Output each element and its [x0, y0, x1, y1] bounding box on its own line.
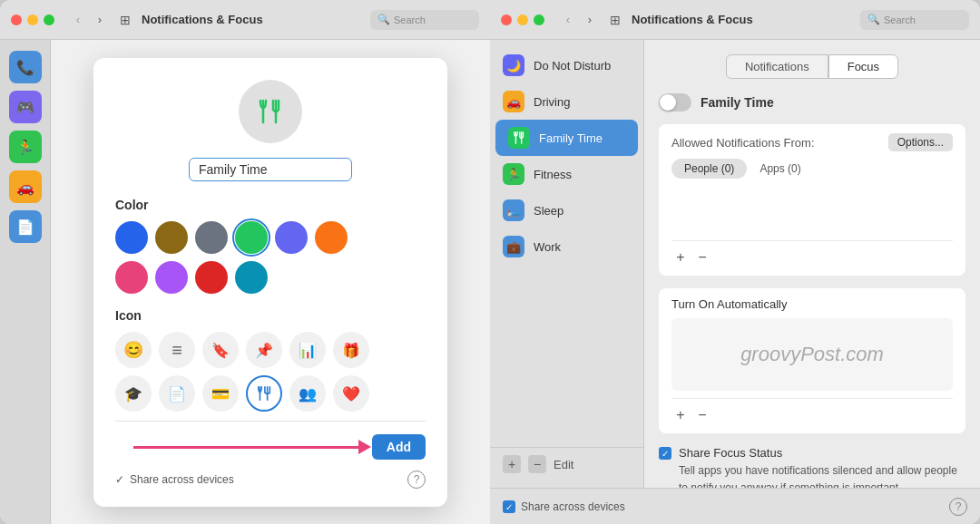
- color-swatch-blue[interactable]: [115, 221, 148, 254]
- help-button-right[interactable]: ?: [949, 498, 967, 516]
- right-search-icon: 🔍: [867, 14, 880, 25]
- work-label: Work: [534, 240, 561, 254]
- fork-knife-small-icon: [255, 384, 273, 403]
- tab-notifications[interactable]: Notifications: [726, 54, 828, 79]
- icon-document[interactable]: 📄: [159, 375, 195, 412]
- color-swatch-red[interactable]: [195, 261, 228, 294]
- auto-add-button[interactable]: +: [671, 406, 690, 424]
- focus-item-work[interactable]: 💼 Work: [490, 228, 643, 265]
- focus-item-driving[interactable]: 🚗 Driving: [490, 83, 643, 120]
- color-swatch-pink[interactable]: [115, 261, 148, 294]
- focus-name-input[interactable]: [189, 158, 352, 181]
- check-icon: ✓: [115, 473, 124, 486]
- right-back-arrow[interactable]: ‹: [559, 11, 577, 29]
- color-swatch-teal[interactable]: [235, 261, 268, 294]
- sidebar-icon-phone[interactable]: 📞: [9, 51, 42, 83]
- color-swatch-green[interactable]: [235, 221, 268, 254]
- icon-pin[interactable]: 📌: [246, 332, 282, 368]
- allowed-tab-apps[interactable]: Apps (0): [747, 159, 813, 179]
- left-search-placeholder: Search: [394, 15, 426, 25]
- icon-health[interactable]: ❤️: [333, 375, 369, 412]
- options-button[interactable]: Options...: [888, 133, 953, 151]
- right-close-button[interactable]: [501, 15, 512, 25]
- share-focus-text-block: Share Focus Status Tell apps you have no…: [679, 446, 965, 488]
- color-swatch-brown[interactable]: [155, 221, 188, 254]
- groovy-box: groovyPost.com: [671, 318, 953, 391]
- dnd-icon: 🌙: [506, 59, 521, 73]
- add-focus-button[interactable]: +: [503, 455, 521, 473]
- icon-gift[interactable]: 🎁: [333, 332, 369, 368]
- sidebar-icon-car[interactable]: 🚗: [9, 170, 42, 203]
- checkbox-check-icon: ✓: [662, 449, 669, 459]
- pink-arrow: [115, 440, 371, 454]
- icon-graduation[interactable]: 🎓: [115, 375, 152, 412]
- allowed-add-button[interactable]: +: [671, 248, 690, 267]
- auto-plus-minus: + −: [671, 398, 953, 424]
- arrow-head: [358, 440, 371, 454]
- icon-bookmark[interactable]: 🔖: [202, 332, 239, 368]
- sidebar-icon-doc[interactable]: 📄: [9, 210, 42, 243]
- focus-item-do-not-disturb[interactable]: 🌙 Do Not Disturb: [490, 47, 643, 83]
- right-search-bar[interactable]: 🔍 Search: [860, 10, 969, 30]
- left-panel: ‹ › ⊞ Notifications & Focus 🔍 Search 📞 🎮…: [0, 0, 490, 524]
- fork-knife-icon: [254, 95, 287, 128]
- allowed-title: Allowed Notifications From:: [671, 136, 815, 150]
- auto-section: Turn On Automatically groovyPost.com + −: [659, 288, 965, 433]
- right-forward-arrow[interactable]: ›: [581, 11, 599, 29]
- sidebar-icon-fitness[interactable]: 🏃: [9, 131, 42, 163]
- right-maximize-button[interactable]: [534, 15, 544, 25]
- family-time-label: Family Time: [539, 131, 603, 145]
- edit-focus-button[interactable]: Edit: [554, 458, 573, 471]
- icon-section-label: Icon: [115, 308, 142, 323]
- help-button-left[interactable]: ?: [407, 471, 426, 489]
- right-grid-icon: ⊞: [610, 13, 621, 27]
- focus-item-family-time[interactable]: Family Time: [495, 120, 638, 156]
- share-focus-description: Tell apps you have notifications silence…: [679, 464, 957, 488]
- right-main-content: Notifications Focus Family Time Allowed …: [644, 40, 980, 488]
- icon-card[interactable]: 💳: [202, 375, 239, 412]
- allowed-tab-people[interactable]: People (0): [671, 159, 747, 179]
- auto-remove-button[interactable]: −: [693, 406, 711, 424]
- active-focus-name: Family Time: [701, 95, 774, 110]
- tab-focus[interactable]: Focus: [828, 54, 898, 79]
- right-content: 🌙 Do Not Disturb 🚗 Driving: [490, 40, 980, 488]
- maximize-button[interactable]: [44, 15, 54, 25]
- focus-item-sleep[interactable]: 🛏️ Sleep: [490, 192, 643, 228]
- sleep-icon-wrap: 🛏️: [503, 199, 524, 221]
- focus-item-fitness[interactable]: 🏃 Fitness: [490, 156, 643, 192]
- allowed-remove-button[interactable]: −: [693, 248, 711, 267]
- right-minimize-button[interactable]: [517, 15, 528, 25]
- focus-icon-circle: [239, 80, 302, 143]
- close-button[interactable]: [11, 15, 22, 25]
- remove-focus-button[interactable]: −: [528, 455, 546, 473]
- focus-toggle[interactable]: [659, 93, 691, 112]
- sleep-label: Sleep: [534, 204, 564, 218]
- nav-arrows: ‹ ›: [69, 11, 109, 29]
- color-swatch-orange[interactable]: [315, 221, 348, 254]
- minimize-button[interactable]: [27, 15, 38, 25]
- forward-arrow[interactable]: ›: [91, 11, 109, 29]
- allowed-tabs: People (0) Apps (0): [671, 159, 953, 179]
- right-share-label: Share across devices: [521, 500, 625, 513]
- share-focus-checkbox[interactable]: ✓: [659, 447, 671, 460]
- driving-icon: 🚗: [506, 95, 521, 109]
- back-arrow[interactable]: ‹: [69, 11, 87, 29]
- icon-people[interactable]: 👥: [289, 375, 326, 412]
- color-swatch-purple[interactable]: [275, 221, 308, 254]
- icon-chart[interactable]: 📊: [289, 332, 326, 368]
- color-swatch-gray[interactable]: [195, 221, 228, 254]
- dnd-icon-wrap: 🌙: [503, 54, 524, 76]
- icon-fork-knife[interactable]: [246, 375, 282, 412]
- icon-emoji[interactable]: 😊: [115, 332, 152, 368]
- family-time-icon-wrap: [508, 127, 530, 149]
- color-swatch-violet[interactable]: [155, 261, 188, 294]
- icon-list[interactable]: ≡: [159, 332, 195, 368]
- sidebar-icon-game[interactable]: 🎮: [9, 91, 42, 123]
- dialog-footer: ✓ Share across devices ?: [115, 471, 426, 489]
- right-share-checkbox[interactable]: ✓: [503, 500, 515, 513]
- work-icon-wrap: 💼: [503, 236, 524, 257]
- add-button[interactable]: Add: [372, 434, 426, 460]
- color-grid: [115, 221, 348, 294]
- left-search-bar[interactable]: 🔍 Search: [370, 10, 479, 30]
- right-titlebar: ‹ › ⊞ Notifications & Focus 🔍 Search: [490, 0, 980, 40]
